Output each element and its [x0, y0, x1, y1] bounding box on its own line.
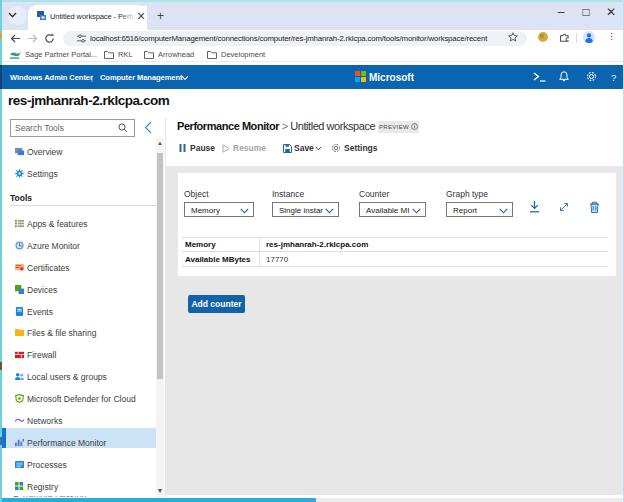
svg-text:Microsoft: Microsoft [369, 71, 415, 82]
